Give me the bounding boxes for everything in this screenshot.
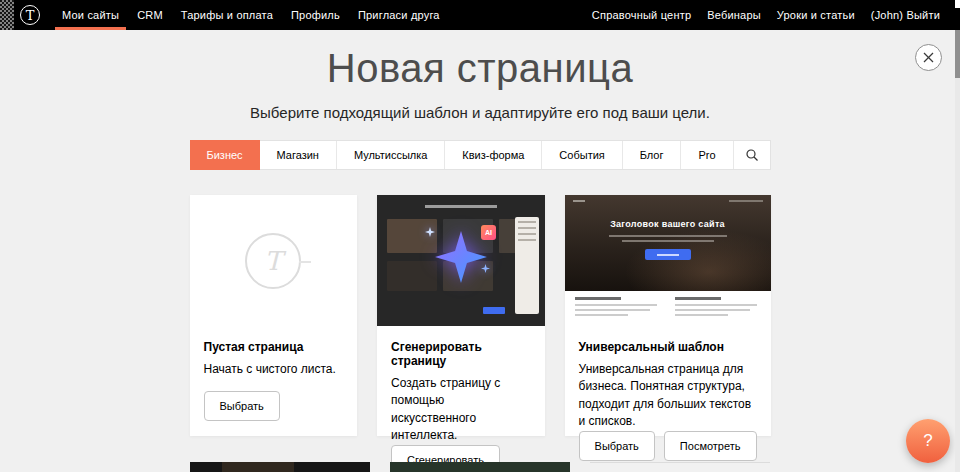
navbar-texture xyxy=(0,0,14,30)
tab-pro[interactable]: Pro xyxy=(681,141,733,169)
card-title: Универсальный шаблон xyxy=(579,340,757,354)
card-description: Создать страницу с помощью искусственног… xyxy=(391,375,531,445)
new-page-dialog: Новая страница Выберите подходящий шабло… xyxy=(0,30,960,472)
template-card-universal: Заголовок вашего сайта Универсальный шаб… xyxy=(565,195,771,436)
nav-webinars[interactable]: Вебинары xyxy=(699,9,769,21)
nav-crm[interactable]: CRM xyxy=(128,0,172,30)
preview-blue-button xyxy=(645,249,691,260)
navbar-left-menu: Мои сайты CRM Тарифы и оплата Профиль Пр… xyxy=(53,0,449,30)
nav-my-sites[interactable]: Мои сайты xyxy=(53,0,128,30)
help-button[interactable]: ? xyxy=(906,419,950,463)
tab-business[interactable]: Бизнес xyxy=(190,140,260,170)
universal-template-preview: Заголовок вашего сайта xyxy=(565,195,771,326)
tab-quiz-form[interactable]: Квиз-форма xyxy=(445,141,542,169)
sparkle-small-icon xyxy=(425,223,435,241)
search-icon xyxy=(745,148,759,162)
nav-logout[interactable]: (John) Выйти xyxy=(863,9,948,21)
select-universal-button[interactable]: Выбрать xyxy=(579,431,655,461)
nav-plans-payment[interactable]: Тарифы и оплата xyxy=(172,0,282,30)
ai-badge: AI xyxy=(481,225,496,240)
template-category-tabs: Бизнес Магазин Мультиссылка Квиз-форма С… xyxy=(190,140,771,170)
top-navbar: T Мои сайты CRM Тарифы и оплата Профиль … xyxy=(0,0,960,30)
select-blank-button[interactable]: Выбрать xyxy=(204,391,280,421)
scrollbar xyxy=(955,0,960,472)
tab-blog[interactable]: Блог xyxy=(623,141,682,169)
nav-invite-friend[interactable]: Пригласи друга xyxy=(349,0,449,30)
next-template-row-partial xyxy=(190,462,771,472)
template-card-ai: AI Сгенерировать страницу Создать страни… xyxy=(377,195,545,436)
nav-help-center[interactable]: Справочный центр xyxy=(584,9,699,21)
tab-search[interactable] xyxy=(734,141,770,169)
card-description: Универсальная страница для бизнеса. Поня… xyxy=(579,361,757,431)
preview-universal-button[interactable]: Посмотреть xyxy=(664,431,757,461)
ai-template-preview: AI xyxy=(377,195,545,326)
scrollbar-track[interactable] xyxy=(955,30,960,472)
preview-site-title: Заголовок вашего сайта xyxy=(610,219,725,229)
blank-template-preview: T xyxy=(190,195,358,326)
navbar-right-menu: Справочный центр Вебинары Уроки и статьи… xyxy=(584,0,960,30)
template-card-partial xyxy=(590,462,770,472)
template-card-blank: T Пустая страница Начать с чистого листа… xyxy=(190,195,358,436)
template-card-partial xyxy=(390,462,570,472)
tab-events[interactable]: События xyxy=(542,141,622,169)
tab-store[interactable]: Магазин xyxy=(260,141,337,169)
template-cards-grid: T Пустая страница Начать с чистого листа… xyxy=(190,195,771,436)
tilda-ghost-logo-icon: T xyxy=(245,233,301,289)
card-title: Сгенерировать страницу xyxy=(391,340,531,368)
tilda-logo-letter: T xyxy=(26,9,35,22)
card-title: Пустая страница xyxy=(204,340,344,354)
nav-profile[interactable]: Профиль xyxy=(282,0,349,30)
close-button[interactable] xyxy=(915,44,942,71)
page-title: Новая страница xyxy=(0,30,960,91)
ai-sparkle-icon xyxy=(435,231,487,283)
help-button-label: ? xyxy=(923,431,932,451)
template-card-partial xyxy=(190,462,370,472)
page-subtitle: Выберите подходящий шаблон и адаптируйте… xyxy=(0,104,960,121)
sparkle-small-icon xyxy=(481,259,490,277)
scrollbar-thumb[interactable] xyxy=(955,30,960,78)
close-icon xyxy=(923,52,934,63)
tilda-logo[interactable]: T xyxy=(20,5,40,25)
nav-lessons-articles[interactable]: Уроки и статьи xyxy=(769,9,863,21)
tab-multilink[interactable]: Мультиссылка xyxy=(337,141,445,169)
card-description: Начать с чистого листа. xyxy=(204,361,344,378)
